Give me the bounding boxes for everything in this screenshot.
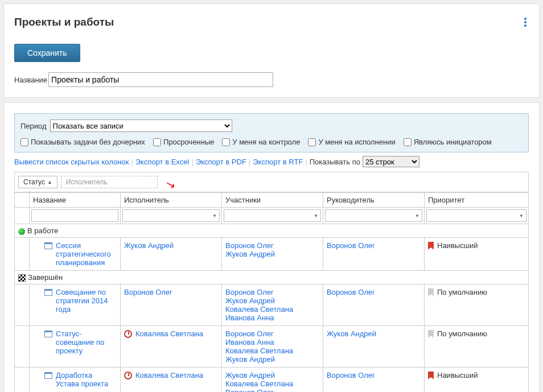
check-initiator[interactable]: Являюсь инициатором	[404, 138, 492, 146]
filter-priority[interactable]: ▼	[426, 209, 526, 222]
clock-icon	[124, 372, 132, 379]
check-no-children[interactable]: Показывать задачи без дочерних	[20, 138, 145, 146]
priority-label: По умолчанию	[437, 288, 487, 296]
participant-link[interactable]: Воронов Олег	[225, 329, 274, 338]
lead-link[interactable]: Воронов Олег	[327, 288, 375, 296]
filter-name[interactable]	[31, 209, 118, 222]
clock-icon	[124, 330, 132, 338]
period-label: Период	[20, 122, 47, 130]
group-label: В работе	[27, 226, 58, 235]
save-button[interactable]: Сохранить	[14, 44, 80, 62]
grid-toolbar: Вывести список скрытых колонок| Экспорт …	[14, 154, 529, 170]
participant-link[interactable]: Жуков Андрей	[225, 371, 275, 379]
task-link[interactable]: Статус-совещание по проекту	[56, 329, 117, 355]
sort-asc-icon: ▲	[47, 179, 52, 185]
page-size-select[interactable]: 25 строк	[363, 156, 419, 167]
lead-link[interactable]: Воронов Олег	[327, 241, 375, 250]
calendar-icon	[44, 242, 52, 249]
executor-link[interactable]: Ковалева Светлана	[135, 371, 203, 379]
participant-link[interactable]: Жуков Андрей	[225, 250, 275, 258]
participant-link[interactable]: Жуков Андрей	[225, 296, 275, 305]
header-row: Название Исполнитель Участники Руководит…	[15, 193, 529, 208]
grid-table: Название Исполнитель Участники Руководит…	[14, 192, 529, 392]
table-row: Доработка Устава проектаКовалева Светлан…	[15, 368, 529, 392]
priority-icon	[428, 330, 434, 338]
check-my-control[interactable]: У меня на контроле	[222, 138, 300, 146]
table-row: Статус-совещание по проектуКовалева Свет…	[15, 326, 529, 368]
export-rtf-link[interactable]: Экспорт в RTF	[253, 158, 303, 166]
participant-link[interactable]: Ковалева Светлана	[225, 305, 293, 313]
grid-card: Период Показать все записи Показывать за…	[3, 102, 540, 392]
calendar-icon	[44, 331, 52, 337]
participant-link[interactable]: Ковалева Светлана	[225, 379, 293, 388]
filter-participants[interactable]: ▼	[224, 209, 321, 222]
participant-link[interactable]: Жуков Андрей	[225, 355, 275, 364]
col-participants[interactable]: Участники	[222, 193, 323, 208]
col-name[interactable]: Название	[30, 193, 121, 208]
filter-panel: Период Показать все записи Показывать за…	[14, 113, 529, 152]
calendar-icon	[44, 289, 52, 296]
table-row: Совещание по стратегии 2014 годаВоронов …	[15, 284, 529, 326]
priority-label: Наивысший	[437, 241, 478, 250]
priority-icon	[428, 242, 434, 250]
calendar-icon	[44, 372, 52, 379]
col-lead[interactable]: Руководитель	[323, 193, 425, 208]
group-drop-placeholder[interactable]: Исполнитель ↘	[61, 176, 158, 188]
hidden-columns-link[interactable]: Вывести список скрытых колонок	[14, 158, 129, 166]
name-input[interactable]	[48, 72, 273, 87]
priority-label: Наивысший	[437, 371, 478, 379]
check-overdue[interactable]: Просроченные	[153, 138, 214, 146]
executor-link[interactable]: Ковалева Светлана	[135, 329, 203, 338]
page-title: Проекты и работы	[14, 16, 114, 28]
task-link[interactable]: Доработка Устава проекта	[56, 371, 117, 388]
participant-link[interactable]: Воронов Олег	[225, 288, 274, 296]
group-row[interactable]: Завершён	[15, 271, 529, 284]
export-excel-link[interactable]: Экспорт в Excel	[135, 158, 190, 166]
col-priority[interactable]: Приоритет	[425, 193, 529, 208]
filter-lead[interactable]: ▼	[325, 209, 422, 222]
chevron-down-icon: ▼	[212, 213, 217, 218]
filter-row: ▼ ▼ ▼ ▼	[15, 208, 529, 224]
filter-executor[interactable]: ▼	[122, 209, 220, 222]
show-by-label: Показывать по	[310, 158, 360, 166]
export-pdf-link[interactable]: Экспорт в PDF	[196, 158, 246, 166]
period-select[interactable]: Показать все записи	[50, 119, 232, 132]
group-row[interactable]: В работе	[15, 224, 529, 238]
priority-label: По умолчанию	[437, 329, 487, 338]
name-label: Название	[14, 76, 47, 84]
priority-icon	[428, 288, 434, 296]
check-my-exec[interactable]: У меня на исполнении	[308, 138, 395, 146]
group-label: Завершён	[28, 273, 63, 282]
group-chip-status[interactable]: Статус ▲	[18, 176, 57, 188]
task-link[interactable]: Сессия стратегического планирования	[56, 241, 117, 267]
priority-icon	[428, 372, 434, 379]
participant-link[interactable]: Воронов Олег	[225, 388, 274, 392]
participant-link[interactable]: Ковалева Светлана	[225, 346, 293, 355]
lead-link[interactable]: Воронов Олег	[327, 371, 375, 379]
task-link[interactable]: Совещание по стратегии 2014 года	[56, 288, 117, 313]
participant-link[interactable]: Воронов Олег	[225, 241, 274, 250]
header-card: Проекты и работы Сохранить Название	[3, 3, 540, 98]
executor-link[interactable]: Жуков Андрей	[124, 241, 174, 250]
group-panel: Статус ▲ Исполнитель ↘	[14, 172, 529, 192]
participant-link[interactable]: Иванова Анна	[225, 313, 274, 322]
kebab-menu-icon[interactable]	[522, 14, 529, 30]
col-expand[interactable]	[15, 193, 30, 208]
participant-link[interactable]: Иванова Анна	[225, 338, 274, 346]
col-executor[interactable]: Исполнитель	[121, 193, 222, 208]
chevron-down-icon: ▼	[519, 213, 524, 218]
status-done-icon	[18, 274, 26, 282]
table-row: Сессия стратегического планированияЖуков…	[15, 238, 529, 271]
status-in-work-icon	[18, 228, 25, 235]
chevron-down-icon: ▼	[314, 213, 318, 218]
lead-link[interactable]: Жуков Андрей	[327, 329, 376, 338]
chevron-down-icon: ▼	[415, 213, 419, 218]
executor-link[interactable]: Воронов Олег	[124, 288, 172, 296]
annotation-arrow-icon: ↘	[164, 176, 177, 192]
